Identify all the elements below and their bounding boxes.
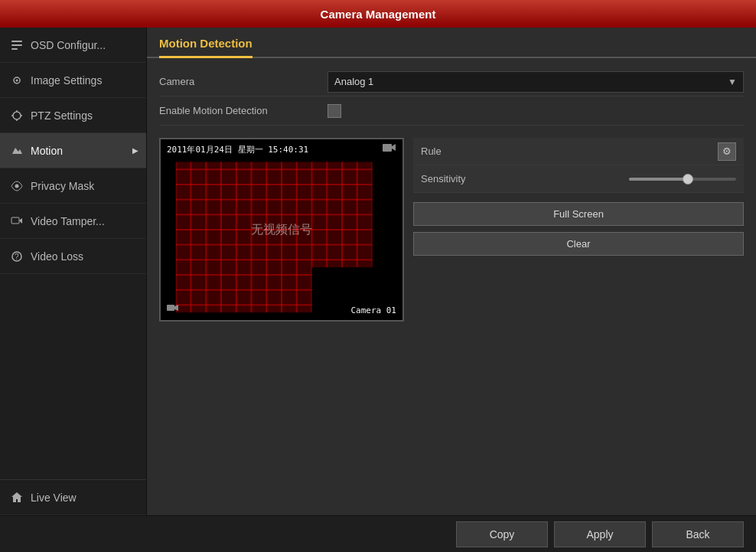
ptz-settings-icon: [9, 108, 24, 123]
back-button[interactable]: Back: [652, 521, 744, 547]
privacy-mask-icon: [9, 178, 24, 194]
sidebar-label-osd: OSD Configur...: [31, 39, 106, 51]
sidebar-item-osd-config[interactable]: OSD Configur...: [0, 28, 146, 63]
chevron-down-icon: ▼: [728, 77, 737, 87]
content-area: Motion Detection Camera Analog 1 ▼ Enabl…: [147, 28, 756, 515]
sensitivity-slider-track[interactable]: [629, 178, 736, 181]
motion-icon: [9, 143, 24, 158]
video-timestamp: 2011年01月24日 星期一 15:40:31: [167, 144, 308, 155]
svg-point-10: [15, 184, 19, 188]
camera-label: Camera: [159, 76, 327, 87]
osd-config-icon: [9, 38, 24, 53]
svg-rect-15: [383, 144, 392, 152]
video-panel: 2011年01月24日 星期一 15:40:31 无视频信号: [159, 138, 404, 322]
svg-rect-20: [176, 267, 312, 312]
sensitivity-label: Sensitivity: [421, 173, 497, 185]
svg-text:?: ?: [15, 253, 19, 261]
svg-marker-12: [19, 218, 22, 224]
sidebar-item-live-view[interactable]: Live View: [0, 480, 146, 515]
rule-label: Rule: [421, 145, 497, 157]
sidebar-item-video-tamper[interactable]: Video Tamper...: [0, 204, 146, 239]
sidebar: OSD Configur... Image Settings: [0, 28, 147, 515]
gear-icon[interactable]: ⚙: [718, 142, 736, 161]
tab-motion-detection[interactable]: Motion Detection: [159, 37, 253, 58]
app-title: Camera Management: [321, 8, 436, 21]
live-view-icon: [9, 490, 24, 505]
sidebar-label-loss: Video Loss: [31, 250, 83, 263]
sensitivity-slider-fill: [629, 178, 688, 181]
form-section: Camera Analog 1 ▼ Enable Motion Detectio…: [147, 58, 756, 135]
sensitivity-value: [497, 178, 736, 181]
controls-panel: Rule ⚙ Sensitivity: [413, 138, 744, 512]
tab-header: Motion Detection: [147, 28, 756, 58]
rule-row: Rule ⚙: [413, 138, 744, 165]
sidebar-label-privacy: Privacy Mask: [31, 180, 94, 192]
camera-select[interactable]: Analog 1 ▼: [327, 71, 744, 93]
camera-row: Camera Analog 1 ▼: [159, 67, 744, 96]
apply-button[interactable]: Apply: [554, 521, 646, 547]
svg-rect-0: [11, 41, 22, 42]
title-bar: Camera Management: [0, 0, 756, 28]
video-loss-icon: ?: [9, 249, 24, 264]
svg-marker-16: [392, 144, 396, 151]
svg-point-5: [13, 112, 21, 119]
svg-rect-1: [11, 44, 22, 46]
sensitivity-row: Sensitivity: [413, 165, 744, 193]
svg-rect-2: [11, 48, 18, 50]
full-screen-button[interactable]: Full Screen: [413, 202, 744, 226]
sidebar-item-ptz-settings[interactable]: PTZ Settings: [0, 98, 146, 133]
video-camera-label: Camera 01: [350, 305, 396, 315]
sidebar-item-video-loss[interactable]: ? Video Loss: [0, 239, 146, 274]
sensitivity-slider-thumb[interactable]: [683, 174, 693, 185]
camera-select-value: Analog 1: [334, 76, 373, 87]
action-buttons: Full Screen Clear: [413, 202, 744, 256]
image-settings-icon: [9, 73, 24, 88]
sidebar-label-tamper: Video Tamper...: [31, 215, 105, 227]
svg-rect-11: [11, 217, 19, 224]
sidebar-label-motion: Motion: [31, 145, 63, 157]
camera-icon-tl: [383, 142, 396, 156]
sidebar-item-image-settings[interactable]: Image Settings: [0, 63, 146, 98]
copy-button[interactable]: Copy: [456, 521, 548, 547]
enable-motion-checkbox[interactable]: [327, 104, 341, 118]
sidebar-item-motion[interactable]: Motion: [0, 133, 146, 168]
live-view-label: Live View: [31, 492, 77, 504]
sidebar-bottom: Live View: [0, 479, 146, 515]
svg-marker-22: [174, 305, 178, 311]
clear-button[interactable]: Clear: [413, 232, 744, 256]
enable-motion-label: Enable Motion Detection: [159, 105, 327, 116]
rule-value: ⚙: [497, 142, 736, 161]
enable-motion-value: [327, 104, 744, 118]
camera-icon-bl: [167, 303, 179, 317]
svg-point-4: [16, 79, 18, 81]
sidebar-label-image: Image Settings: [31, 74, 102, 87]
sidebar-item-privacy-mask[interactable]: Privacy Mask: [0, 168, 146, 204]
video-controls-row: 2011年01月24日 星期一 15:40:31 无视频信号: [147, 135, 756, 515]
enable-motion-row: Enable Motion Detection: [159, 96, 744, 126]
sidebar-label-ptz: PTZ Settings: [31, 109, 93, 122]
main-layout: OSD Configur... Image Settings: [0, 28, 756, 515]
video-tamper-icon: [9, 214, 24, 229]
svg-rect-21: [167, 305, 174, 311]
bottom-bar: Copy Apply Back: [0, 515, 756, 552]
svg-rect-19: [176, 162, 373, 268]
video-no-signal: 无视频信号: [251, 222, 312, 238]
camera-select-wrapper[interactable]: Analog 1 ▼: [327, 71, 744, 93]
